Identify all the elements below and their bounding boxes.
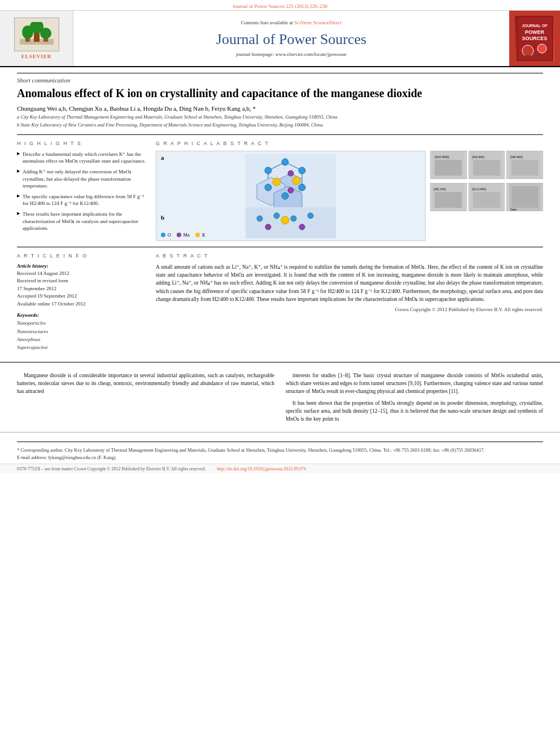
crystal-structure-diagram: a b [156,151,426,241]
article-info-label: A R T I C L E I N F O [17,253,147,259]
svg-point-20 [282,159,288,165]
journal-header: ELSEVIER Contents lists available at Sci… [0,11,560,67]
svg-point-35 [265,224,271,230]
history-label: Article history: [17,263,147,269]
keywords-label: Keywords: [17,312,147,318]
tem-image-5: (K12/400) [469,183,505,211]
tem-svg-5: (K12/400) [470,184,503,211]
corresponding-author-note: * Corresponding author. City Key Laborat… [17,447,543,454]
copyright-line: Crown Copyright © 2012 Published by Else… [156,307,543,312]
keyword-4: Supercapacitor [17,343,147,351]
svg-text:5nm: 5nm [510,208,517,211]
body-para-3: It has been shown that the properties of… [286,399,543,423]
legend-label-o: O [168,233,171,238]
issn-line: 0378-7753/$ – see front matter Crown Cop… [17,466,205,471]
doi-link[interactable]: http://dx.doi.org/10.1016/j.jpowsour.201… [217,466,306,471]
svg-rect-30 [246,207,336,238]
elsevier-logo-area: ELSEVIER [0,11,73,66]
available-date: Available online 17 October 2012 [17,300,147,308]
ga-label-a: a [161,154,164,161]
revised-label: Received in revised form [17,277,147,285]
svg-point-31 [257,216,262,221]
body-para-2: interests for studies [1–8]. The basic c… [286,372,543,396]
highlights-graphical-row: H I G H L I G H T S Describe a fundament… [17,134,543,241]
highlight-item-3: The specific capacitance value big diffe… [17,193,147,207]
crystal-structure-svg [246,154,336,238]
cover-thumbnail: JOURNAL OF POWER SOURCES [515,16,554,61]
svg-text:(H8,100): (H8,100) [434,187,446,191]
svg-point-12 [522,45,533,56]
accepted-date: Accepted 19 September 2012 [17,292,147,300]
svg-rect-54 [511,186,539,208]
elsevier-logo-svg [20,22,54,47]
svg-text:POWER: POWER [524,29,544,35]
svg-point-34 [308,213,313,219]
svg-text:JOURNAL OF: JOURNAL OF [522,24,548,28]
svg-rect-46 [511,160,539,176]
journal-cover-image: JOURNAL OF POWER SOURCES [509,11,560,66]
sciverse-line: Contents lists available at SciVerse Sci… [241,20,342,25]
elsevier-tree-logo [14,18,59,51]
svg-point-33 [291,216,296,221]
journal-citation-bar: Journal of Power Sources 225 (2013) 226–… [0,0,560,11]
svg-point-21 [299,167,305,174]
highlight-item-4: These results have important implication… [17,211,147,232]
body-column-2: interests for studies [1–8]. The basic c… [286,372,543,427]
crystal-legend: O Mn K [161,231,205,238]
legend-label-k: K [202,233,205,238]
footnote-divider [17,442,543,442]
tem-image-3: (H6/400) [506,151,543,179]
graphical-abstract-label: G R A P H I C A L A B S T R A C T [156,141,543,146]
svg-rect-49 [435,192,462,208]
svg-text:(H6/400): (H6/400) [510,155,523,159]
journal-citation: Journal of Power Sources 225 (2013) 226–… [233,3,327,9]
article-info-abstract-row: A R T I C L E I N F O Article history: R… [17,247,543,356]
svg-rect-52 [473,192,500,208]
svg-point-29 [292,177,300,185]
tem-image-4: (H8,100) [430,183,467,211]
ga-label-b: b [161,214,164,221]
highlights-label: H I G H L I G H T S [17,141,147,146]
body-section: Manganese dioxide is of considerable imp… [0,362,560,433]
keywords-group: Keywords: Nanoparticles Nanostructures A… [17,312,147,352]
legend-label-mn: Mn [183,233,190,238]
abstract-text: A small amount of cations such as Li⁺, N… [156,263,543,303]
article-title: Anomalous effect of K ion on crystallini… [17,86,543,101]
tem-svg-6: 5nm [509,184,541,211]
article-type-label: Short communication [17,73,543,84]
body-para-1: Manganese dioxide is of considerable imp… [17,372,274,396]
keyword-2: Nanostructures [17,327,147,335]
tem-row-2: (H8,100) (K12/400) [430,183,543,211]
page: Journal of Power Sources 225 (2013) 226–… [0,0,560,474]
svg-point-25 [282,193,288,199]
abstract-column: A B S T R A C T A small amount of cation… [156,253,543,356]
highlights-list: Describe a fundamental study which corre… [17,151,147,232]
keyword-3: Amorphous [17,335,147,343]
tem-svg-3: (H6/400) [509,151,541,178]
highlights-column: H I G H L I G H T S Describe a fundament… [17,141,147,241]
svg-point-37 [281,216,289,224]
graphical-abstract-column: G R A P H I C A L A B S T R A C T a b [156,141,543,241]
body-two-column: Manganese dioxide is of considerable imp… [17,372,543,427]
received-date: Received 14 August 2012 [17,270,147,278]
legend-k: K [195,233,205,238]
svg-text:(H4/400): (H4/400) [472,155,484,159]
keyword-1: Nanoparticles [17,319,147,327]
svg-point-6 [40,28,51,39]
legend-o: O [161,233,171,238]
sciverse-link[interactable]: SciVerse ScienceDirect [294,20,342,25]
svg-point-27 [288,187,294,193]
svg-point-28 [273,178,281,186]
tem-image-1: (H2/400) [430,151,467,179]
body-column-1: Manganese dioxide is of considerable imp… [17,372,274,427]
tem-svg-4: (H8,100) [432,184,465,211]
legend-dot-k [195,233,200,237]
svg-rect-43 [473,160,500,176]
svg-text:(K12/400): (K12/400) [472,187,486,191]
article-history-group: Article history: Received 14 August 2012… [17,263,147,308]
affiliation-a: a City Key Laboratory of Thermal Managem… [17,114,543,121]
footer-bar: 0378-7753/$ – see front matter Crown Cop… [0,464,560,474]
journal-homepage: journal homepage: www.elsevier.com/locat… [236,51,347,57]
tem-svg-2: (H4/400) [470,151,503,178]
svg-point-24 [265,184,272,191]
